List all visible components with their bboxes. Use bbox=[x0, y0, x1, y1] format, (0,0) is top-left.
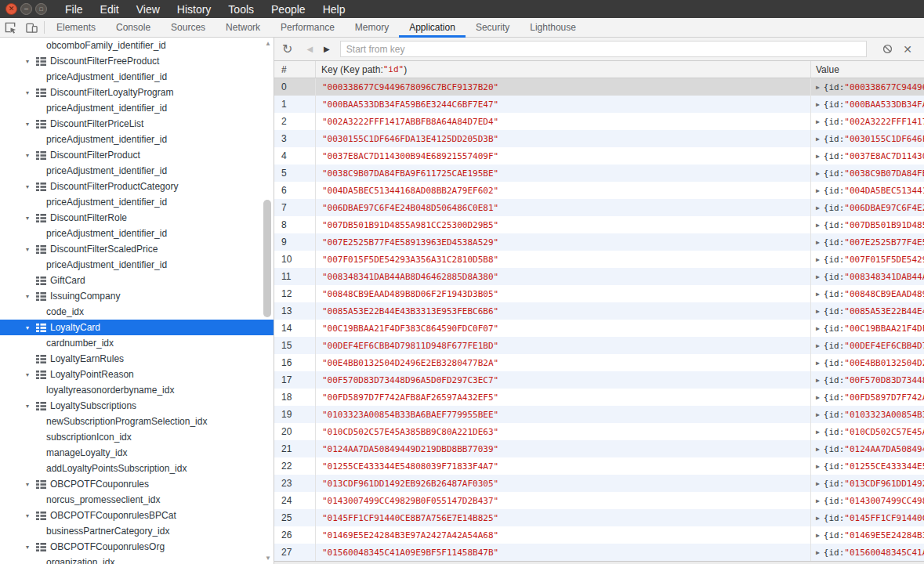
expand-value-icon[interactable]: ▶ bbox=[816, 118, 820, 125]
expand-value-icon[interactable]: ▶ bbox=[816, 515, 820, 522]
tree-item-OBCPOTFCouponrulesBPCat[interactable]: ▾ OBCPOTFCouponrulesBPCat bbox=[0, 508, 274, 523]
tab-memory[interactable]: Memory bbox=[345, 18, 399, 37]
tree-item-LoyaltyCard[interactable]: ▾ LoyaltyCard bbox=[0, 320, 274, 335]
tab-lighthouse[interactable]: Lighthouse bbox=[520, 18, 586, 37]
tree-item-OBCPOTFCouponrulesOrg[interactable]: ▾ OBCPOTFCouponrulesOrg bbox=[0, 539, 274, 555]
tree-index-priceAdjustment_identifier_id[interactable]: priceAdjustment_identifier_id bbox=[0, 132, 274, 147]
table-row[interactable]: 20"010CD502C57E45A385BB9C80A221DE63"▶{id… bbox=[274, 423, 924, 440]
tree-expand-arrow-icon[interactable]: ▾ bbox=[26, 512, 36, 519]
tree-index-code_idx[interactable]: code_idx bbox=[0, 304, 274, 320]
tree-index-newSubscriptionProgramSelection_idx[interactable]: newSubscriptionProgramSelection_idx bbox=[0, 414, 274, 429]
tree-item-DiscountFilterFreeProduct[interactable]: ▾ DiscountFilterFreeProduct bbox=[0, 53, 274, 69]
table-row[interactable]: 26"01469E5E24284B3E97A2427A42A54A68"▶{id… bbox=[274, 526, 924, 544]
block-button[interactable] bbox=[877, 44, 897, 54]
table-row[interactable]: 18"00FD5897D7F742AFB8AF26597A432EF5"▶{id… bbox=[274, 389, 924, 406]
table-row[interactable]: 4"0037E8AC7D114300B94E68921557409F"▶{id:… bbox=[274, 147, 924, 164]
expand-value-icon[interactable]: ▶ bbox=[816, 239, 820, 246]
expand-value-icon[interactable]: ▶ bbox=[816, 549, 820, 556]
tree-index-cardnumber_idx[interactable]: cardnumber_idx bbox=[0, 335, 274, 351]
expand-value-icon[interactable]: ▶ bbox=[816, 360, 820, 367]
scroll-up-icon[interactable]: ▲ bbox=[265, 40, 271, 47]
tree-expand-arrow-icon[interactable]: ▾ bbox=[26, 121, 36, 128]
tab-performance[interactable]: Performance bbox=[270, 18, 345, 37]
table-row[interactable]: 17"00F570D83D73448D96A5D0FD297C3EC7"▶{id… bbox=[274, 371, 924, 389]
tree-item-DiscountFilterScaledPrice[interactable]: ▾ DiscountFilterScaledPrice bbox=[0, 241, 274, 257]
table-row[interactable]: 23"013CDF961DD1492EB926B26487AF0305"▶{id… bbox=[274, 475, 924, 492]
horizontal-scrollbar-track[interactable] bbox=[274, 561, 924, 564]
tree-item-DiscountFilterProduct[interactable]: ▾ DiscountFilterProduct bbox=[0, 147, 274, 163]
tree-expand-arrow-icon[interactable]: ▾ bbox=[26, 371, 36, 378]
table-row[interactable]: 16"00E4BB0132504D2496E2EB3280477B2A"▶{id… bbox=[274, 354, 924, 371]
table-row[interactable]: 11"008348341DAB44AB8D46462885D8A380"▶{id… bbox=[274, 268, 924, 285]
tree-item-DiscountFilterPriceList[interactable]: ▾ DiscountFilterPriceList bbox=[0, 116, 274, 132]
tree-expand-arrow-icon[interactable]: ▾ bbox=[26, 152, 36, 159]
expand-value-icon[interactable]: ▶ bbox=[816, 446, 820, 453]
close-button[interactable]: ✕ bbox=[897, 43, 918, 56]
table-row[interactable]: 14"00C19BBAA21F4DF383C864590FDC0F07"▶{id… bbox=[274, 320, 924, 337]
menu-item-people[interactable]: People bbox=[263, 3, 314, 16]
tree-item-DiscountFilterProductCategory[interactable]: ▾ DiscountFilterProductCategory bbox=[0, 179, 274, 194]
expand-value-icon[interactable]: ▶ bbox=[816, 170, 820, 177]
menu-item-history[interactable]: History bbox=[168, 3, 220, 16]
tree-expand-arrow-icon[interactable]: ▾ bbox=[26, 293, 36, 300]
expand-value-icon[interactable]: ▶ bbox=[816, 291, 820, 298]
tree-index-priceAdjustment_identifier_id[interactable]: priceAdjustment_identifier_id bbox=[0, 100, 274, 116]
expand-value-icon[interactable]: ▶ bbox=[816, 532, 820, 539]
menu-item-tools[interactable]: Tools bbox=[219, 3, 263, 16]
table-row[interactable]: 9"007E2525B77F4E58913963ED4538A529"▶{id:… bbox=[274, 233, 924, 251]
tree-index-addLoyaltyPointsSubscription_idx[interactable]: addLoyaltyPointsSubscription_idx bbox=[0, 461, 274, 476]
table-row[interactable]: 10"007F015F5DE54293A356A31C2810D5B8"▶{id… bbox=[274, 251, 924, 268]
table-row[interactable]: 7"006DBAE97C6F4E24B048D506486C0E81"▶{id:… bbox=[274, 199, 924, 216]
expand-value-icon[interactable]: ▶ bbox=[816, 411, 820, 418]
tree-item-IssuingCompany[interactable]: ▾ IssuingCompany bbox=[0, 288, 274, 304]
tree-index-priceAdjustment_identifier_id[interactable]: priceAdjustment_identifier_id bbox=[0, 69, 274, 85]
table-row[interactable]: 8"007DB501B91D4855A981CC25300D29B5"▶{id:… bbox=[274, 216, 924, 233]
expand-value-icon[interactable]: ▶ bbox=[816, 136, 820, 143]
menu-item-file[interactable]: File bbox=[56, 3, 92, 16]
table-row[interactable]: 5"0038C9B07DA84FBA9F611725CAE195BE"▶{id:… bbox=[274, 164, 924, 182]
tree-index-loyaltyreasonorderbyname_idx[interactable]: loyaltyreasonorderbyname_idx bbox=[0, 382, 274, 398]
table-row[interactable]: 15"00DEF4EF6CBB4D79811D948F677FE1BD"▶{id… bbox=[274, 337, 924, 354]
tree-item-OBCPOTFCouponrules[interactable]: ▾ OBCPOTFCouponrules bbox=[0, 476, 274, 492]
tree-index-priceAdjustment_identifier_id[interactable]: priceAdjustment_identifier_id bbox=[0, 163, 274, 179]
tree-item-DiscountFilterRole[interactable]: ▾ DiscountFilterRole bbox=[0, 210, 274, 226]
tree-expand-arrow-icon[interactable]: ▾ bbox=[26, 58, 36, 65]
tree-index-subscriptionIcon_idx[interactable]: subscriptionIcon_idx bbox=[0, 429, 274, 445]
expand-value-icon[interactable]: ▶ bbox=[816, 308, 820, 315]
expand-value-icon[interactable]: ▶ bbox=[816, 428, 820, 436]
expand-value-icon[interactable]: ▶ bbox=[816, 497, 820, 504]
table-row[interactable]: 24"0143007499CC49829B0F055147D2B437"▶{id… bbox=[274, 492, 924, 509]
refresh-button[interactable]: ↻ bbox=[282, 42, 292, 56]
expand-value-icon[interactable]: ▶ bbox=[816, 256, 820, 263]
tree-expand-arrow-icon[interactable]: ▾ bbox=[26, 246, 36, 253]
tree-item-LoyaltyEarnRules[interactable]: ▾ LoyaltyEarnRules bbox=[0, 351, 274, 367]
table-row[interactable]: 25"0145FF1CF91440CE8B7A756E7E14B825"▶{id… bbox=[274, 509, 924, 526]
expand-value-icon[interactable]: ▶ bbox=[816, 463, 820, 470]
tree-index-priceAdjustment_identifier_id[interactable]: priceAdjustment_identifier_id bbox=[0, 257, 274, 273]
tab-sources[interactable]: Sources bbox=[161, 18, 216, 37]
expand-value-icon[interactable]: ▶ bbox=[816, 204, 820, 212]
tree-index-organization_idx[interactable]: organization_idx bbox=[0, 555, 274, 564]
menu-item-view[interactable]: View bbox=[128, 3, 168, 16]
tree-expand-arrow-icon[interactable]: ▾ bbox=[26, 215, 36, 222]
expand-value-icon[interactable]: ▶ bbox=[816, 342, 820, 349]
inspect-element-button[interactable] bbox=[0, 18, 21, 37]
table-row[interactable]: 1"000BAA533DB34FA59B6E3244C6BF7E47"▶{id:… bbox=[274, 96, 924, 113]
tree-index-priceAdjustment_identifier_id[interactable]: priceAdjustment_identifier_id bbox=[0, 194, 274, 210]
tab-console[interactable]: Console bbox=[106, 18, 161, 37]
expand-value-icon[interactable]: ▶ bbox=[816, 187, 820, 194]
tree-item-DiscountFilterLoyaltyProgram[interactable]: ▾ DiscountFilterLoyaltyProgram bbox=[0, 85, 274, 100]
expand-value-icon[interactable]: ▶ bbox=[816, 153, 820, 160]
tree-index-norcus_promesseclient_idx[interactable]: norcus_promesseclient_idx bbox=[0, 492, 274, 508]
table-row[interactable]: 22"01255CE433344E54808039F71833F4A7"▶{id… bbox=[274, 457, 924, 475]
tab-application[interactable]: Application bbox=[399, 18, 466, 37]
tab-security[interactable]: Security bbox=[466, 18, 520, 37]
table-row[interactable]: 27"01560048345C41A09E9BF5F11458B47B"▶{id… bbox=[274, 544, 924, 561]
previous-page-button[interactable]: ◀ bbox=[301, 45, 318, 53]
window-minimize-button[interactable]: – bbox=[20, 3, 32, 15]
window-maximize-button[interactable]: □ bbox=[35, 3, 47, 15]
table-row[interactable]: 13"0085A53E22B44E43B3313E953FEBC6B6"▶{id… bbox=[274, 302, 924, 320]
table-row[interactable]: 21"0124AA7DA50849449D219DBD8BB77039"▶{id… bbox=[274, 440, 924, 457]
expand-value-icon[interactable]: ▶ bbox=[816, 222, 820, 229]
expand-value-icon[interactable]: ▶ bbox=[816, 480, 820, 487]
